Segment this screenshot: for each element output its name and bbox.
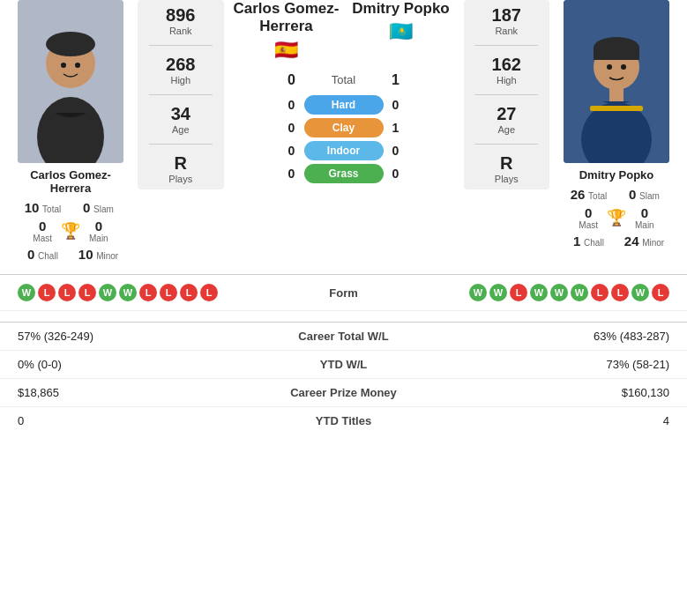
left-sep2 (149, 94, 213, 95)
svg-rect-14 (590, 106, 643, 111)
bottom-stat-row: 0 YTD Titles 4 (0, 407, 687, 434)
form-badge: W (18, 284, 35, 301)
clay-left-score: 0 (285, 121, 299, 135)
hard-row: 0 Hard 0 (238, 95, 450, 115)
left-mast-cell: 0 Mast (33, 219, 52, 243)
form-badge: L (38, 284, 56, 301)
indoor-row: 0 Indoor 0 (238, 141, 450, 160)
right-player-substats: 26 Total 0 Slam (564, 187, 669, 202)
left-sep1 (149, 45, 213, 46)
grass-right-score: 0 (389, 167, 403, 181)
right-high-item: 162 High (492, 55, 521, 85)
bottom-stat-row: $18,865 Career Prize Money $160,130 (0, 379, 687, 407)
form-row: WLLLWWLLLL Form WWLWWWLLWL (0, 274, 687, 311)
bottom-center-label: Career Total W/L (256, 330, 432, 343)
form-badge: L (139, 284, 157, 301)
left-sep3 (149, 144, 213, 145)
form-badge: W (119, 284, 137, 301)
right-trophy-icon: 🏆 (607, 208, 626, 227)
grass-button[interactable]: Grass (304, 164, 384, 183)
form-badge: L (180, 284, 198, 301)
hard-left-score: 0 (285, 98, 299, 112)
bottom-left-val: $18,865 (18, 386, 256, 399)
left-stats-block: 896 Rank 268 High 34 Age R Plays (138, 0, 224, 189)
indoor-right-score: 0 (389, 144, 403, 158)
left-bottom-substats: 0 Chall 10 Minor (18, 247, 123, 262)
bottom-right-val: $160,130 (432, 386, 670, 399)
svg-point-13 (621, 64, 626, 70)
form-badge: W (469, 284, 487, 301)
left-high-item: 268 High (166, 55, 195, 85)
right-minor-cell: 24 Minor (619, 234, 669, 249)
right-chall-cell: 1 Chall (564, 234, 614, 249)
right-name-header: Dmitry Popko (352, 0, 450, 18)
hard-right-score: 0 (389, 98, 403, 112)
svg-point-3 (46, 32, 95, 56)
surface-rows: 0 Hard 0 0 Clay 1 0 Indoor 0 0 Grass 0 (229, 95, 459, 183)
clay-row: 0 Clay 1 (238, 118, 450, 137)
form-badge: L (58, 284, 76, 301)
left-minor-cell: 10 Minor (73, 247, 123, 262)
form-badge: W (571, 284, 588, 301)
indoor-button[interactable]: Indoor (304, 141, 384, 160)
form-badge: W (530, 284, 548, 301)
bottom-right-val: 63% (483-287) (432, 330, 670, 343)
bottom-left-val: 0% (0-0) (18, 358, 256, 371)
bottom-right-val: 4 (432, 414, 670, 427)
right-sep1 (474, 45, 538, 46)
svg-rect-11 (594, 48, 639, 60)
right-sep3 (474, 144, 538, 145)
left-trophy-icon: 🏆 (61, 221, 80, 241)
form-badge: L (611, 284, 629, 301)
svg-point-5 (75, 63, 80, 68)
right-slam-cell: 0 Slam (619, 187, 669, 202)
center-col: Carlos Gomez-Herrera 🇪🇸 Dmitry Popko 🇰🇿 … (229, 0, 459, 183)
left-player-name: Carlos Gomez-Herrera (18, 168, 123, 195)
right-rank-item: 187 Rank (492, 5, 521, 36)
right-header: Dmitry Popko 🇰🇿 (344, 0, 459, 43)
form-badge: L (160, 284, 177, 301)
indoor-left-score: 0 (285, 144, 299, 158)
left-header: Carlos Gomez-Herrera 🇪🇸 (229, 0, 344, 62)
clay-right-score: 1 (389, 121, 403, 135)
right-main-cell: 0 Main (635, 205, 654, 230)
left-slam-cell: 0 Slam (73, 200, 123, 215)
left-form-badges: WLLLWWLLLL (18, 284, 256, 301)
left-chall-cell: 0 Chall (18, 247, 68, 262)
bottom-stat-row: 0% (0-0) YTD W/L 73% (58-21) (0, 351, 687, 379)
grass-row: 0 Grass 0 (238, 164, 450, 183)
form-badge: W (99, 284, 116, 301)
clay-button[interactable]: Clay (304, 118, 384, 137)
left-player-photo (18, 0, 123, 163)
form-badge: L (200, 284, 218, 301)
left-rank-item: 896 Rank (166, 5, 195, 36)
total-row: 0 Total 1 (285, 72, 403, 88)
left-plays-item: R Plays (168, 153, 192, 184)
bottom-left-val: 57% (326-249) (18, 330, 256, 343)
svg-point-4 (61, 63, 66, 68)
right-age-item: 27 Age (497, 104, 516, 135)
hard-button[interactable]: Hard (304, 95, 384, 115)
bottom-left-val: 0 (18, 414, 256, 427)
bottom-right-val: 73% (58-21) (432, 358, 670, 371)
form-badge: L (510, 284, 527, 301)
form-badge: L (652, 284, 669, 301)
right-player-photo (564, 0, 669, 163)
right-total-cell: 26 Total (564, 187, 614, 202)
right-bottom-substats: 1 Chall 24 Minor (564, 234, 669, 249)
right-trophy-row: 0 Mast 🏆 0 Main (564, 205, 669, 230)
right-plays-item: R Plays (495, 153, 519, 184)
form-badge: L (591, 284, 609, 301)
left-player-area: Carlos Gomez-Herrera 10 Total 0 Slam 0 M… (9, 0, 132, 262)
bottom-center-label: YTD W/L (256, 358, 432, 371)
right-player-area: Dmitry Popko 26 Total 0 Slam 0 Mast 🏆 0 … (555, 0, 678, 249)
form-badge: L (78, 284, 96, 301)
left-name-header: Carlos Gomez-Herrera (229, 0, 344, 36)
left-flag: 🇪🇸 (274, 39, 298, 62)
form-label: Form (256, 286, 432, 300)
bottom-center-label: Career Prize Money (256, 386, 432, 399)
right-form-badges: WWLWWWLLWL (432, 284, 670, 301)
left-age-item: 34 Age (171, 104, 190, 135)
top-section: Carlos Gomez-Herrera 10 Total 0 Slam 0 M… (0, 0, 687, 262)
right-flag: 🇰🇿 (389, 20, 413, 43)
